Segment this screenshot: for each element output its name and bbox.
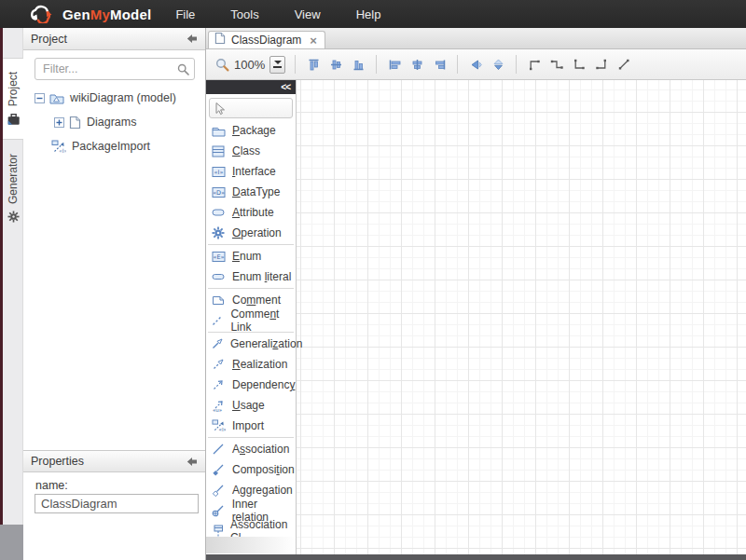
zoom-control[interactable]: 100% <box>215 56 285 74</box>
collapse-left-arrow-icon <box>186 457 198 467</box>
svg-text:«I»: «I» <box>218 427 226 432</box>
name-field[interactable] <box>35 494 199 513</box>
realization-icon <box>211 358 226 371</box>
top-menu-bar: GenMyModel File Tools View Help <box>0 0 746 28</box>
collapse-properties-panel-button[interactable] <box>186 457 198 467</box>
search-icon <box>177 62 189 79</box>
expand-toggle-icon[interactable] <box>54 117 64 128</box>
sidebar-tab-generator[interactable]: Generator <box>3 143 23 233</box>
tab-title: ClassDiagram <box>231 34 301 47</box>
tab-classdiagram[interactable]: ClassDiagram × <box>208 31 325 48</box>
close-tab-icon[interactable]: × <box>310 34 317 47</box>
flip-vertical-button[interactable] <box>487 53 509 75</box>
usage-icon: «u» <box>211 399 226 412</box>
model-icon <box>49 92 64 104</box>
tool-palette: << Package Class «I» Interface «D» DataT… <box>206 80 297 554</box>
palette-item-attribute[interactable]: Attribute <box>206 202 296 223</box>
side-tab-strip: Project <box>3 28 23 560</box>
selection-tool-button[interactable] <box>209 98 293 118</box>
edge-style-corner-down-right-button[interactable] <box>568 53 590 75</box>
inner-relation-icon <box>211 504 226 517</box>
dependency-icon <box>211 378 226 391</box>
palette-item-operation[interactable]: Operation <box>206 223 296 243</box>
palette-item-package[interactable]: Package <box>206 120 296 141</box>
palette-item-class[interactable]: Class <box>206 141 296 161</box>
align-top-icon <box>308 59 320 71</box>
edge-corner-down-right-icon <box>573 58 586 71</box>
menubar: File Tools View Help <box>172 6 384 23</box>
project-panel-header: Project <box>23 28 205 50</box>
align-left-icon <box>389 59 401 71</box>
class-icon <box>211 145 226 157</box>
palette-item-comment-link[interactable]: Comment Link <box>206 310 296 331</box>
palette-item-realization[interactable]: Realization <box>206 354 296 375</box>
palette-item-enum[interactable]: «E» Enum <box>206 246 296 266</box>
filter-field-wrap <box>35 58 195 80</box>
palette-collapse-button[interactable]: << <box>281 83 290 92</box>
collapse-toggle-icon[interactable] <box>35 93 45 103</box>
flip-horizontal-button[interactable] <box>464 53 487 75</box>
tree-row-packageimport[interactable]: «I» PackageImport <box>23 134 205 158</box>
menu-view[interactable]: View <box>291 6 325 23</box>
palette-item-datatype[interactable]: «D» DataType <box>206 182 296 202</box>
tree-label: PackageImport <box>72 140 150 153</box>
generator-gear-icon <box>7 211 20 223</box>
palette-item-association[interactable]: Association <box>206 439 296 459</box>
enum-literal-icon <box>211 272 226 281</box>
comment-link-icon <box>211 314 224 327</box>
palette-item-enum-literal[interactable]: Enum literal <box>206 266 296 287</box>
palette-item-interface[interactable]: «I» Interface <box>206 161 296 182</box>
zoom-dropdown-button[interactable] <box>269 56 285 74</box>
edge-oblique-icon <box>617 58 630 71</box>
package-icon <box>211 125 226 137</box>
diagram-canvas[interactable] <box>297 80 746 560</box>
edge-style-stair-button[interactable] <box>546 53 568 75</box>
align-bottom-icon <box>352 59 365 71</box>
flip-vertical-icon <box>492 59 504 71</box>
align-middle-button[interactable] <box>325 53 347 75</box>
svg-text:«I»: «I» <box>59 147 66 154</box>
svg-text:«u»: «u» <box>213 407 222 413</box>
sidebar-tab-project[interactable]: Project <box>3 58 23 140</box>
genmymodel-logo: GenMyModel <box>28 5 151 23</box>
edge-style-corner-up-right-button[interactable] <box>523 53 546 75</box>
attribute-icon <box>211 208 226 217</box>
align-top-button[interactable] <box>302 53 325 75</box>
svg-text:«D»: «D» <box>213 189 225 197</box>
project-tree: wikiDiagram (model) Diagrams <box>23 86 205 158</box>
flip-horizontal-icon <box>470 59 482 71</box>
sidebar-tab-project-label: Project <box>7 72 20 106</box>
import-icon: «I» <box>211 419 226 432</box>
datatype-icon: «D» <box>211 186 226 198</box>
collapse-project-panel-button[interactable] <box>186 34 198 44</box>
align-left-button[interactable] <box>383 53 406 75</box>
palette-item-dependency[interactable]: Dependency <box>206 375 296 395</box>
align-middle-icon <box>330 59 342 71</box>
collapse-left-arrow-icon <box>186 34 198 44</box>
menu-help[interactable]: Help <box>352 6 385 23</box>
palette-item-composition[interactable]: Composition <box>206 459 296 480</box>
edge-corner-up-right-icon <box>528 58 541 71</box>
name-field-label: name: <box>35 479 68 492</box>
palette-item-generalization[interactable]: Generalization <box>206 334 296 354</box>
menu-file[interactable]: File <box>172 6 199 23</box>
properties-panel-header: Properties <box>23 450 205 472</box>
bottom-edge-bar <box>206 554 746 560</box>
tree-row-model[interactable]: wikiDiagram (model) <box>23 86 205 110</box>
edge-style-oblique-button[interactable] <box>613 53 635 75</box>
package-import-icon: «I» <box>51 140 66 154</box>
palette-item-import[interactable]: «I» Import <box>206 416 296 436</box>
align-bottom-button[interactable] <box>347 53 369 75</box>
menu-tools[interactable]: Tools <box>227 6 262 23</box>
palette-item-usage[interactable]: «u» Usage <box>206 395 296 416</box>
chevron-down-icon <box>274 61 282 64</box>
align-right-button[interactable] <box>428 53 450 75</box>
edge-style-corner-right-up-button[interactable] <box>590 53 613 75</box>
svg-text:«I»: «I» <box>214 169 223 176</box>
align-center-button[interactable] <box>406 53 428 75</box>
tree-row-diagrams[interactable]: Diagrams <box>23 110 205 134</box>
operation-icon <box>211 226 226 239</box>
svg-text:«E»: «E» <box>213 253 224 261</box>
toolbar-separator <box>516 55 517 74</box>
filter-input[interactable] <box>35 58 195 80</box>
